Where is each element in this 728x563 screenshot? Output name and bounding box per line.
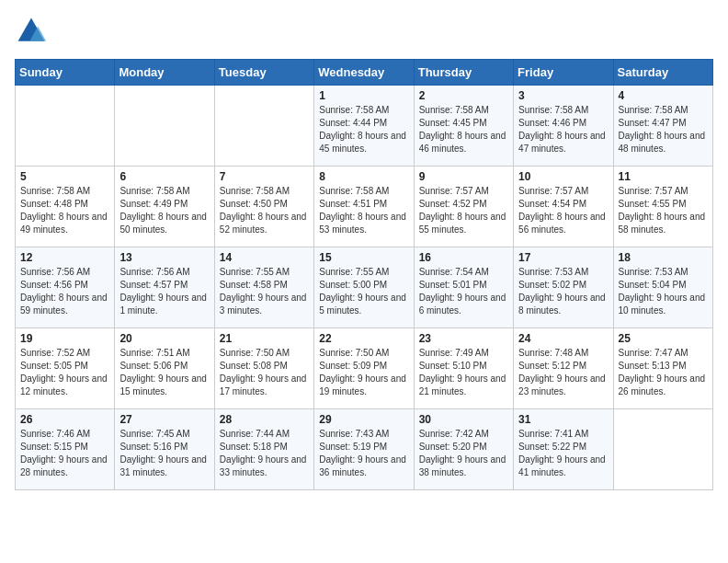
day-info: Sunrise: 7:43 AMSunset: 5:19 PMDaylight:…: [319, 428, 408, 479]
calendar-cell: 7Sunrise: 7:58 AMSunset: 4:50 PMDaylight…: [214, 167, 313, 247]
day-info: Sunrise: 7:50 AMSunset: 5:08 PMDaylight:…: [220, 347, 309, 398]
day-number: 22: [319, 332, 408, 345]
day-number: 26: [20, 413, 109, 426]
calendar-cell: 11Sunrise: 7:57 AMSunset: 4:55 PMDayligh…: [613, 167, 712, 247]
calendar-cell: 10Sunrise: 7:57 AMSunset: 4:54 PMDayligh…: [514, 167, 613, 247]
day-info: Sunrise: 7:58 AMSunset: 4:50 PMDaylight:…: [220, 185, 309, 236]
calendar-cell: [613, 409, 712, 490]
calendar-cell: 6Sunrise: 7:58 AMSunset: 4:49 PMDaylight…: [115, 167, 214, 247]
day-info: Sunrise: 7:52 AMSunset: 5:05 PMDaylight:…: [20, 347, 109, 398]
day-number: 17: [518, 251, 608, 264]
calendar-week-row: 5Sunrise: 7:58 AMSunset: 4:48 PMDaylight…: [16, 167, 713, 247]
day-info: Sunrise: 7:53 AMSunset: 5:04 PMDaylight:…: [619, 266, 708, 317]
day-info: Sunrise: 7:56 AMSunset: 4:57 PMDaylight:…: [119, 266, 209, 317]
day-number: 8: [319, 170, 408, 183]
calendar-cell: 14Sunrise: 7:55 AMSunset: 4:58 PMDayligh…: [214, 247, 313, 328]
day-info: Sunrise: 7:48 AMSunset: 5:12 PMDaylight:…: [518, 347, 608, 398]
calendar-cell: 22Sunrise: 7:50 AMSunset: 5:09 PMDayligh…: [314, 328, 414, 409]
day-info: Sunrise: 7:53 AMSunset: 5:02 PMDaylight:…: [518, 266, 608, 317]
calendar-cell: 4Sunrise: 7:58 AMSunset: 4:47 PMDaylight…: [613, 86, 712, 167]
weekday-header-row: SundayMondayTuesdayWednesdayThursdayFrid…: [16, 60, 713, 86]
calendar-cell: 30Sunrise: 7:42 AMSunset: 5:20 PMDayligh…: [414, 409, 513, 490]
calendar-cell: 5Sunrise: 7:58 AMSunset: 4:48 PMDaylight…: [16, 167, 115, 247]
weekday-header-monday: Monday: [115, 60, 214, 86]
day-number: 14: [220, 251, 309, 264]
day-info: Sunrise: 7:58 AMSunset: 4:44 PMDaylight:…: [319, 104, 408, 155]
weekday-header-thursday: Thursday: [414, 60, 513, 86]
day-info: Sunrise: 7:41 AMSunset: 5:22 PMDaylight:…: [518, 428, 608, 479]
calendar-cell: 18Sunrise: 7:53 AMSunset: 5:04 PMDayligh…: [613, 247, 712, 328]
calendar-cell: 16Sunrise: 7:54 AMSunset: 5:01 PMDayligh…: [414, 247, 513, 328]
day-info: Sunrise: 7:49 AMSunset: 5:10 PMDaylight:…: [419, 347, 508, 398]
calendar-cell: 21Sunrise: 7:50 AMSunset: 5:08 PMDayligh…: [214, 328, 313, 409]
day-number: 23: [419, 332, 508, 345]
day-number: 9: [419, 170, 508, 183]
calendar-cell: 31Sunrise: 7:41 AMSunset: 5:22 PMDayligh…: [514, 409, 613, 490]
calendar-cell: 24Sunrise: 7:48 AMSunset: 5:12 PMDayligh…: [514, 328, 613, 409]
day-info: Sunrise: 7:46 AMSunset: 5:15 PMDaylight:…: [20, 428, 109, 479]
calendar-week-row: 12Sunrise: 7:56 AMSunset: 4:56 PMDayligh…: [16, 247, 713, 328]
day-info: Sunrise: 7:47 AMSunset: 5:13 PMDaylight:…: [619, 347, 708, 398]
calendar-cell: 15Sunrise: 7:55 AMSunset: 5:00 PMDayligh…: [314, 247, 414, 328]
day-number: 29: [319, 413, 408, 426]
calendar-cell: 28Sunrise: 7:44 AMSunset: 5:18 PMDayligh…: [214, 409, 313, 490]
day-info: Sunrise: 7:54 AMSunset: 5:01 PMDaylight:…: [419, 266, 508, 317]
day-number: 2: [419, 89, 508, 102]
calendar-cell: 13Sunrise: 7:56 AMSunset: 4:57 PMDayligh…: [115, 247, 214, 328]
page-header: [15, 15, 713, 48]
day-number: 5: [20, 170, 109, 183]
day-number: 18: [619, 251, 708, 264]
day-number: 13: [119, 251, 209, 264]
day-info: Sunrise: 7:58 AMSunset: 4:46 PMDaylight:…: [518, 104, 608, 155]
weekday-header-sunday: Sunday: [16, 60, 115, 86]
day-number: 21: [220, 332, 309, 345]
calendar-cell: 23Sunrise: 7:49 AMSunset: 5:10 PMDayligh…: [414, 328, 513, 409]
day-info: Sunrise: 7:58 AMSunset: 4:47 PMDaylight:…: [619, 104, 708, 155]
calendar-cell: 3Sunrise: 7:58 AMSunset: 4:46 PMDaylight…: [514, 86, 613, 167]
day-number: 31: [518, 413, 608, 426]
calendar-cell: 29Sunrise: 7:43 AMSunset: 5:19 PMDayligh…: [314, 409, 414, 490]
day-number: 30: [419, 413, 508, 426]
day-number: 7: [220, 170, 309, 183]
calendar-cell: 2Sunrise: 7:58 AMSunset: 4:45 PMDaylight…: [414, 86, 513, 167]
day-number: 16: [419, 251, 508, 264]
day-info: Sunrise: 7:57 AMSunset: 4:54 PMDaylight:…: [518, 185, 608, 236]
weekday-header-wednesday: Wednesday: [314, 60, 414, 86]
calendar-cell: 17Sunrise: 7:53 AMSunset: 5:02 PMDayligh…: [514, 247, 613, 328]
day-number: 12: [20, 251, 109, 264]
day-info: Sunrise: 7:58 AMSunset: 4:49 PMDaylight:…: [119, 185, 209, 236]
day-number: 19: [20, 332, 109, 345]
day-info: Sunrise: 7:51 AMSunset: 5:06 PMDaylight:…: [119, 347, 209, 398]
day-number: 1: [319, 89, 408, 102]
day-number: 20: [119, 332, 209, 345]
day-info: Sunrise: 7:58 AMSunset: 4:51 PMDaylight:…: [319, 185, 408, 236]
calendar-table: SundayMondayTuesdayWednesdayThursdayFrid…: [15, 59, 713, 490]
calendar-cell: 9Sunrise: 7:57 AMSunset: 4:52 PMDaylight…: [414, 167, 513, 247]
day-info: Sunrise: 7:50 AMSunset: 5:09 PMDaylight:…: [319, 347, 408, 398]
day-number: 25: [619, 332, 708, 345]
day-info: Sunrise: 7:55 AMSunset: 4:58 PMDaylight:…: [220, 266, 309, 317]
calendar-cell: 12Sunrise: 7:56 AMSunset: 4:56 PMDayligh…: [16, 247, 115, 328]
day-number: 3: [518, 89, 608, 102]
logo-icon: [15, 15, 48, 48]
day-info: Sunrise: 7:45 AMSunset: 5:16 PMDaylight:…: [119, 428, 209, 479]
day-info: Sunrise: 7:57 AMSunset: 4:52 PMDaylight:…: [419, 185, 508, 236]
calendar-cell: 25Sunrise: 7:47 AMSunset: 5:13 PMDayligh…: [613, 328, 712, 409]
day-info: Sunrise: 7:56 AMSunset: 4:56 PMDaylight:…: [20, 266, 109, 317]
calendar-week-row: 26Sunrise: 7:46 AMSunset: 5:15 PMDayligh…: [16, 409, 713, 490]
day-number: 27: [119, 413, 209, 426]
weekday-header-friday: Friday: [514, 60, 613, 86]
calendar-week-row: 19Sunrise: 7:52 AMSunset: 5:05 PMDayligh…: [16, 328, 713, 409]
logo: [15, 15, 53, 48]
calendar-cell: 20Sunrise: 7:51 AMSunset: 5:06 PMDayligh…: [115, 328, 214, 409]
day-number: 4: [619, 89, 708, 102]
day-info: Sunrise: 7:42 AMSunset: 5:20 PMDaylight:…: [419, 428, 508, 479]
day-number: 11: [619, 170, 708, 183]
calendar-week-row: 1Sunrise: 7:58 AMSunset: 4:44 PMDaylight…: [16, 86, 713, 167]
day-number: 28: [220, 413, 309, 426]
weekday-header-saturday: Saturday: [613, 60, 712, 86]
calendar-cell: [214, 86, 313, 167]
day-number: 6: [119, 170, 209, 183]
weekday-header-tuesday: Tuesday: [214, 60, 313, 86]
calendar-cell: 27Sunrise: 7:45 AMSunset: 5:16 PMDayligh…: [115, 409, 214, 490]
